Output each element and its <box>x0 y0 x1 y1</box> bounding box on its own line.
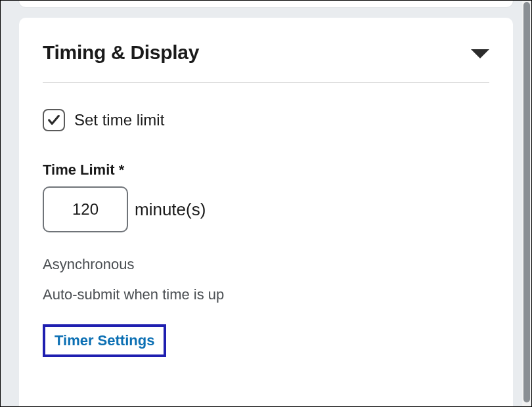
asynchronous-text: Asynchronous <box>43 256 489 273</box>
panel-header: Timing & Display <box>43 41 489 64</box>
previous-card-bottom <box>19 1 513 7</box>
scrollbar-thumb[interactable] <box>523 2 530 402</box>
time-limit-suffix: minute(s) <box>135 200 206 220</box>
set-time-limit-checkbox[interactable] <box>43 109 65 131</box>
set-time-limit-label: Set time limit <box>74 111 164 129</box>
time-limit-input[interactable] <box>43 186 128 232</box>
time-limit-label: Time Limit * <box>43 161 489 179</box>
collapse-caret-icon[interactable] <box>471 49 489 58</box>
timing-display-panel: Timing & Display Set time limit Time Lim… <box>19 18 513 406</box>
checkmark-icon <box>47 113 61 127</box>
viewport: Timing & Display Set time limit Time Lim… <box>0 0 532 407</box>
panel-title: Timing & Display <box>43 41 199 64</box>
timer-settings-highlight: Timer Settings <box>43 324 166 357</box>
autosubmit-text: Auto-submit when time is up <box>43 286 489 303</box>
scrollbar-track[interactable] <box>522 1 531 406</box>
timer-settings-link[interactable]: Timer Settings <box>55 332 154 349</box>
set-time-limit-row: Set time limit <box>43 109 489 131</box>
time-limit-row: minute(s) <box>43 186 489 232</box>
divider <box>43 82 489 83</box>
